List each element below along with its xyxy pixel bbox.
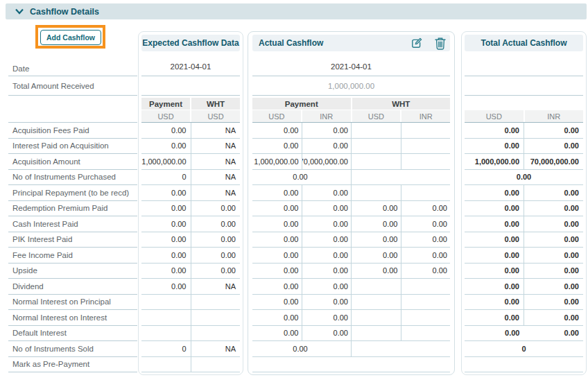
total-total-amount-received <box>465 76 583 96</box>
table-row: 0.000.00 <box>252 139 450 155</box>
table-row: 0.00NA <box>141 185 240 201</box>
table-cell <box>352 154 401 169</box>
table-cell <box>401 326 451 341</box>
table-cell: 0.00 <box>252 295 302 310</box>
table-row: 0.000.00 <box>252 295 450 311</box>
table-cell: 0.00 <box>465 123 524 138</box>
table-cell <box>401 295 451 310</box>
table-cell: 0.00 <box>302 310 352 325</box>
table-row: 0.000.000.000.00 <box>252 264 450 279</box>
table-cell: 0.00 <box>302 216 352 232</box>
total-column-headers: USDINR <box>465 96 583 123</box>
table-cell: 1,000,000.00 <box>141 154 191 169</box>
row-label: No of Instruments Purchased <box>8 170 137 186</box>
table-cell: 0.00 <box>252 326 302 341</box>
table-row: 0.000.00 <box>465 232 583 248</box>
table-cell: 0.00 <box>465 216 524 232</box>
table-cell: 1,000,000.00 <box>465 154 524 169</box>
table-cell: 0.00 <box>524 185 583 200</box>
table-cell: 0.00 <box>302 279 352 294</box>
table-cell <box>401 139 451 154</box>
table-cell: 0.00 <box>352 216 401 232</box>
table-row: 0.000.00 <box>465 248 583 264</box>
table-row: 0.000.00 <box>141 232 240 248</box>
table-cell: NA <box>191 139 241 154</box>
table-cell <box>352 170 450 185</box>
panel-actual-cashflow: Actual Cashflow 202 <box>248 31 455 375</box>
section-header-cashflow-details[interactable]: Cashflow Details <box>6 3 587 19</box>
table-row <box>252 357 450 373</box>
row-label: Mark as Pre-Payment <box>8 357 137 373</box>
table-row: 0.00 <box>252 170 450 186</box>
row-label: No of Instruments Sold <box>8 341 137 357</box>
table-cell <box>401 310 451 325</box>
table-cell: 0.00 <box>352 248 401 263</box>
row-label: Fee Income Paid <box>8 248 137 264</box>
table-cell: 1,000,000.00 <box>252 154 302 169</box>
table-cell: 0.00 <box>401 264 451 279</box>
table-cell: 0.00 <box>141 264 191 279</box>
table-cell: 0.00 <box>465 326 524 341</box>
row-label: Normal Interest on Interest <box>8 310 137 326</box>
table-row: 0.00 <box>465 170 583 186</box>
table-cell: 0 <box>465 341 583 356</box>
table-cell: 0.00 <box>524 139 583 154</box>
table-cell: 0.00 <box>524 326 584 341</box>
table-row: 0NA <box>141 170 240 186</box>
panel-header-actual: Actual Cashflow <box>252 35 450 51</box>
table-row: 0.000.000.000.00 <box>252 248 450 264</box>
table-cell <box>352 279 401 294</box>
row-label: Acquisition Amount <box>8 154 137 170</box>
table-cell: 0.00 <box>141 123 191 138</box>
table-cell: 0.00 <box>252 185 302 200</box>
actual-column-headers: PaymentWHT USDINRUSDINR <box>252 96 450 123</box>
table-cell: 0.00 <box>302 326 352 341</box>
table-row: 0.00NA <box>141 279 240 295</box>
table-cell: 0.00 <box>524 310 583 325</box>
table-cell: 0.00 <box>252 310 302 325</box>
table-cell <box>352 123 401 138</box>
table-cell: 0.00 <box>252 139 302 154</box>
table-cell: 0.00 <box>524 123 583 138</box>
add-cashflow-button[interactable]: Add Cashflow <box>40 30 101 45</box>
table-cell: 0.00 <box>465 310 524 325</box>
delete-icon[interactable] <box>435 37 446 50</box>
table-cell: 0.00 <box>524 248 583 263</box>
table-cell: 0.00 <box>302 232 352 248</box>
table-cell: 0.00 <box>252 232 302 248</box>
table-cell <box>191 326 241 341</box>
table-cell <box>141 357 191 372</box>
table-cell: 0.00 <box>302 185 352 200</box>
table-cell: 0.00 <box>352 201 401 216</box>
actual-total-amount-received: 1,000,000.00 <box>252 76 450 96</box>
row-label-column: Date Total Amount Received Acquisition F… <box>8 61 137 372</box>
panel-expected-cashflow: Expected Cashflow Data 2021-04-01 Paymen… <box>138 31 243 375</box>
table-cell: 0.00 <box>191 216 241 232</box>
table-row: 0.000.00 <box>465 279 583 295</box>
table-cell: 0.00 <box>252 279 302 294</box>
section-title: Cashflow Details <box>30 7 99 17</box>
table-row <box>141 326 240 342</box>
table-row: 0.000.00 <box>252 185 450 201</box>
panel-title-total: Total Actual Cashflow <box>465 35 583 51</box>
table-row: 0.000.00 <box>465 201 583 217</box>
table-cell: 0.00 <box>524 264 583 279</box>
table-row: 0.000.00 <box>141 264 240 279</box>
row-label: Normal Interest on Principal <box>8 295 137 311</box>
table-cell <box>252 357 450 372</box>
row-label: Default Interest <box>8 326 137 342</box>
table-row: 0.000.00 <box>465 185 583 201</box>
table-cell: NA <box>191 185 241 200</box>
table-cell: NA <box>191 170 241 185</box>
column-group-header: WHT <box>352 98 451 110</box>
panel-title-expected: Expected Cashflow Data <box>141 35 240 51</box>
actual-date-value: 2021-04-01 <box>252 51 450 76</box>
table-cell: 0.00 <box>141 201 191 216</box>
table-cell: 0.00 <box>465 248 524 263</box>
edit-icon[interactable] <box>410 37 423 50</box>
table-cell <box>401 154 451 169</box>
table-cell: 0.00 <box>252 341 352 356</box>
table-cell: 70,000,000.00 <box>524 154 583 169</box>
currency-header: USD <box>352 110 401 122</box>
table-cell: 70,000,000.00 <box>302 154 352 169</box>
